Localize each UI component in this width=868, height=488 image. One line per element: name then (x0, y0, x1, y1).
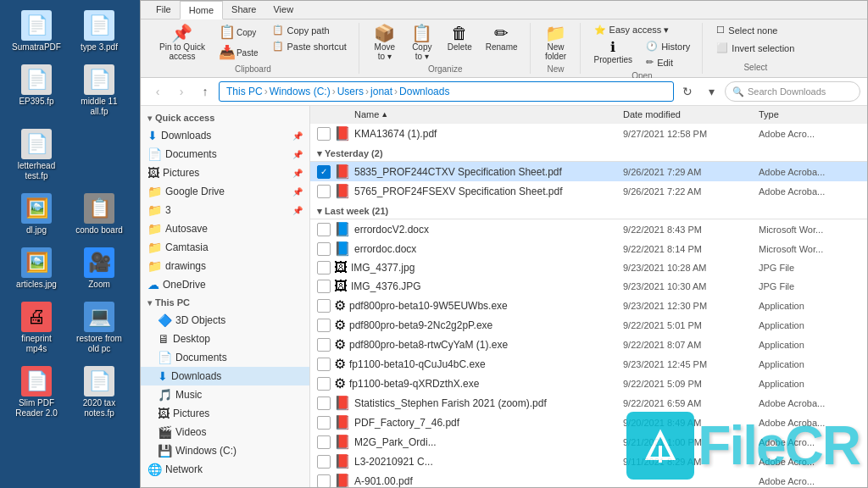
search-box[interactable]: 🔍 Search Downloads (725, 81, 860, 102)
nav-network[interactable]: 🌐 Network (141, 460, 309, 479)
path-jonat[interactable]: jonat (370, 86, 392, 97)
up-button[interactable]: ↑ (195, 81, 215, 102)
nav-documents-pc[interactable]: 📄 Documents (141, 348, 309, 367)
rename-button[interactable]: ✏ Rename (481, 23, 523, 53)
file-checkbox-lw0[interactable] (317, 223, 331, 236)
file-checkbox-lw7[interactable] (317, 358, 331, 371)
file-row-earlier[interactable]: 📕 KMA13674 (1).pdf 9/27/2021 12:58 PM Ad… (310, 124, 867, 143)
file-row-yesterday-1[interactable]: 📕 5765_PROF24FSEXV Specification Sheet.p… (310, 181, 867, 201)
select-none-button[interactable]: ☐ Select none (711, 23, 782, 37)
nav-camtasia[interactable]: 📁 Camtasia (141, 238, 309, 257)
file-checkbox-lw1[interactable] (317, 242, 331, 256)
desktop-icon-ep395[interactable]: 📄 EP395.fp (7, 61, 66, 120)
copy-to-button[interactable]: 📋 Copyto ▾ (405, 23, 439, 63)
desktop-icon-zoom[interactable]: 🎥 Zoom (70, 244, 129, 293)
nav-desktop[interactable]: 🖥 Desktop (141, 330, 309, 348)
desktop-icon-fineprint[interactable]: 🖨 fineprint mp4s (7, 298, 66, 358)
nav-onedrive[interactable]: ☁ OneDrive (141, 275, 309, 294)
file-checkbox-lw5[interactable] (317, 319, 331, 332)
nav-documents[interactable]: 📄 Documents 📌 (141, 145, 309, 164)
file-row-lastweek-8[interactable]: ⚙ fp1100-beta9-qXRDzthX.exe 9/22/2021 5:… (310, 374, 867, 393)
file-row-lastweek-1[interactable]: 📘 errordoc.docx 9/22/2021 8:14 PM Micros… (310, 239, 867, 258)
nav-autosave[interactable]: 📁 Autosave (141, 219, 309, 238)
desktop-icon-letterhead[interactable]: 📄 letterhead test.fp (7, 125, 66, 185)
path-thispc[interactable]: This PC (226, 86, 263, 97)
file-checkbox-lw8[interactable] (317, 377, 331, 391)
file-row-lastweek-13[interactable]: 📕 A-901.00.pdf Adobe Acro... (310, 471, 867, 487)
file-checkbox-lw10[interactable] (317, 416, 331, 430)
copy-button[interactable]: 📋 Copy (214, 23, 264, 42)
address-path[interactable]: This PC › Windows (C:) › Users › jonat ›… (219, 81, 674, 102)
path-users[interactable]: Users (337, 86, 364, 97)
file-row-lastweek-4[interactable]: ⚙ pdf800pro-beta10-9W5EUWbs.exe 9/23/202… (310, 296, 867, 315)
file-row-lastweek-3[interactable]: 🖼 IMG_4376.JPG 9/23/2021 10:30 AM JPG Fi… (310, 277, 867, 296)
nav-downloads-pc[interactable]: ⬇ Downloads (141, 367, 309, 385)
file-checkbox-0[interactable]: ✓ (317, 165, 331, 179)
new-folder-button[interactable]: 📁 Newfolder (539, 23, 573, 63)
file-row-lastweek-11[interactable]: 📕 M2G_Park_Ordi... 9/21/2021 1:00 PM Ado… (310, 432, 867, 452)
file-row-lastweek-9[interactable]: 📕 Statistics_Stephen Farish 2021 (zoom).… (310, 393, 867, 413)
dropdown-button[interactable]: ▾ (701, 81, 721, 102)
file-checkbox-lw11[interactable] (317, 435, 331, 449)
forward-button[interactable]: › (171, 81, 192, 102)
desktop-icon-middle11[interactable]: 📄 middle 11 all.fp (70, 61, 129, 120)
tab-file[interactable]: File (147, 1, 180, 19)
nav-music[interactable]: 🎵 Music (141, 385, 309, 404)
nav-folder-3[interactable]: 📁 3 📌 (141, 201, 309, 219)
delete-button[interactable]: 🗑 Delete (442, 23, 477, 53)
nav-videos[interactable]: 🎬 Videos (141, 423, 309, 441)
col-date[interactable]: Date modified (623, 109, 759, 119)
desktop-icon-restore[interactable]: 💻 restore from old pc (70, 298, 129, 358)
file-checkbox-1[interactable] (317, 185, 331, 198)
file-checkbox-lw6[interactable] (317, 338, 331, 352)
file-row-lastweek-12[interactable]: 📕 L3-20210921 C... 9/11/2021 8:29 AM Ado… (310, 452, 867, 471)
nav-3dobjects[interactable]: 🔷 3D Objects (141, 311, 309, 330)
nav-windows-c[interactable]: 💾 Windows (C:) (141, 441, 309, 460)
tab-share[interactable]: Share (223, 1, 264, 19)
desktop-icon-dl[interactable]: 🖼️ dl.jpg (7, 190, 66, 239)
desktop-icon-tax2020[interactable]: 📄 2020 tax notes.fp (70, 363, 129, 422)
file-row-lastweek-7[interactable]: ⚙ fp1100-beta10-qCuJu4bC.exe 9/23/2021 1… (310, 354, 867, 374)
paste-button[interactable]: 📥 Paste (214, 43, 264, 62)
file-row-lastweek-2[interactable]: 🖼 IMG_4377.jpg 9/23/2021 10:28 AM JPG Fi… (310, 258, 867, 277)
pin-quick-button[interactable]: 📌 Pin to Quickaccess (154, 23, 210, 63)
nav-pictures-pc[interactable]: 🖼 Pictures (141, 404, 309, 423)
file-checkbox-lw4[interactable] (317, 299, 331, 313)
col-name[interactable]: Name ▲ (334, 109, 623, 119)
move-to-button[interactable]: 📦 Moveto ▾ (368, 23, 402, 63)
easy-access-button[interactable]: ⭐ Easy access ▾ (589, 23, 675, 37)
col-type[interactable]: Type (759, 109, 860, 119)
copy-path-button[interactable]: 📋 Copy path (267, 23, 352, 37)
back-button[interactable]: ‹ (147, 81, 168, 102)
file-row-lastweek-5[interactable]: ⚙ pdf800pro-beta9-2Nc2g2pP.exe 9/22/2021… (310, 315, 867, 335)
desktop-icon-sumatra[interactable]: 📄 SumatraPDF (7, 7, 66, 56)
file-checkbox-lw2[interactable] (317, 261, 331, 274)
thispc-header[interactable]: ▾ This PC (141, 294, 309, 311)
nav-pictures[interactable]: 🖼 Pictures 📌 (141, 164, 309, 182)
file-row-yesterday-0[interactable]: ✓ 📕 5835_PROF244CTXV Specification Sheet… (310, 162, 867, 181)
file-row-lastweek-10[interactable]: 📕 PDF_Factory_7_46.pdf 9/20/2021 8:49 AM… (310, 413, 867, 432)
file-checkbox-lw12[interactable] (317, 455, 331, 469)
file-checkbox[interactable] (317, 127, 331, 141)
paste-shortcut-button[interactable]: 📋 Paste shortcut (267, 39, 352, 53)
desktop-icon-type3[interactable]: 📄 type 3.pdf (70, 7, 129, 56)
path-windows[interactable]: Windows (C:) (270, 86, 331, 97)
file-row-lastweek-6[interactable]: ⚙ pdf800pro-beta8-rtwCyYaM (1).exe 9/22/… (310, 335, 867, 354)
desktop-icon-slimpdf[interactable]: 📄 Slim PDF Reader 2.0 (7, 363, 66, 422)
desktop-icon-articles[interactable]: 🖼️ articles.jpg (7, 244, 66, 293)
nav-drawings[interactable]: 📁 drawings (141, 257, 309, 275)
desktop-icon-condo[interactable]: 📋 condo board (70, 190, 129, 239)
nav-googledrive[interactable]: 📁 Google Drive 📌 (141, 182, 309, 201)
edit-button[interactable]: ✏ Edit (641, 55, 695, 69)
nav-downloads[interactable]: ⬇ Downloads 📌 (141, 126, 309, 145)
tab-home[interactable]: Home (180, 1, 223, 19)
history-button[interactable]: 🕐 History (641, 39, 695, 53)
invert-selection-button[interactable]: ⬜ Invert selection (711, 41, 799, 55)
path-downloads[interactable]: Downloads (399, 86, 449, 97)
refresh-button[interactable]: ↻ (677, 81, 698, 102)
file-checkbox-lw3[interactable] (317, 280, 331, 293)
file-row-lastweek-0[interactable]: 📘 errordocV2.docx 9/22/2021 8:43 PM Micr… (310, 219, 867, 239)
tab-view[interactable]: View (264, 1, 302, 19)
properties-button[interactable]: ℹ Properties (589, 39, 638, 69)
file-checkbox-lw9[interactable] (317, 396, 331, 410)
